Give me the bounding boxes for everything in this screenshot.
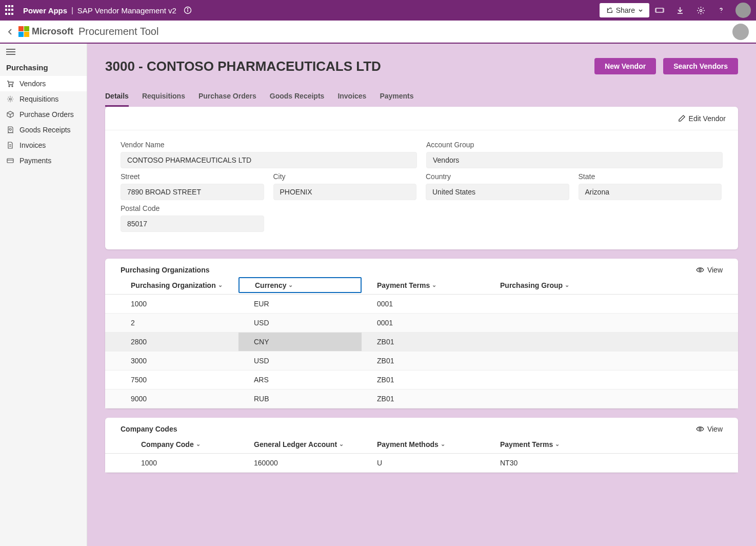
svg-point-16 bbox=[699, 428, 701, 430]
microsoft-logo-icon bbox=[18, 26, 30, 37]
tab-invoices[interactable]: Invoices bbox=[337, 92, 366, 107]
sidebar: Purchasing VendorsRequisitionsPurchase O… bbox=[0, 44, 87, 546]
fit-screen-icon[interactable] bbox=[649, 6, 670, 15]
cell-cc-payment-terms: NT30 bbox=[485, 454, 723, 472]
info-icon[interactable] bbox=[184, 6, 192, 14]
tab-payments[interactable]: Payments bbox=[380, 92, 413, 107]
value-postal-code: 85017 bbox=[121, 216, 264, 232]
brand-name: Microsoft bbox=[32, 26, 73, 37]
svg-rect-13 bbox=[7, 159, 13, 163]
cell-purch-org: 3000 bbox=[115, 352, 238, 370]
label-street: Street bbox=[121, 172, 264, 181]
tab-details[interactable]: Details bbox=[105, 92, 129, 107]
purch-org-view-label: View bbox=[707, 266, 723, 274]
app-separator: | bbox=[71, 6, 73, 14]
purch-org-row[interactable]: 1000EUR0001 bbox=[105, 295, 738, 314]
company-codes-view-button[interactable]: View bbox=[696, 425, 723, 433]
help-icon[interactable] bbox=[711, 6, 731, 14]
cell-payment-terms: ZB01 bbox=[362, 352, 485, 370]
purchasing-organizations-card: Purchasing Organizations View Purchasing… bbox=[105, 259, 738, 408]
cell-purch-org: 2 bbox=[115, 314, 238, 332]
download-icon[interactable] bbox=[670, 6, 690, 14]
search-vendors-button[interactable]: Search Vendors bbox=[663, 58, 738, 74]
new-vendor-button[interactable]: New Vendor bbox=[594, 58, 656, 74]
label-postal-code: Postal Code bbox=[121, 204, 264, 212]
sidebar-item-label: Payments bbox=[19, 157, 51, 165]
document-icon bbox=[6, 141, 14, 149]
purch-org-view-button[interactable]: View bbox=[696, 266, 723, 274]
app-name: SAP Vendor Management v2 bbox=[77, 6, 176, 15]
header-company-code[interactable]: Company Code⌄ bbox=[115, 435, 238, 453]
svg-point-7 bbox=[9, 86, 10, 87]
company-code-row[interactable]: 1000160000UNT30 bbox=[105, 454, 738, 473]
purch-org-row[interactable]: 7500ARSZB01 bbox=[105, 371, 738, 389]
profile-avatar[interactable] bbox=[732, 24, 749, 40]
cell-purch-org: 1000 bbox=[115, 295, 238, 313]
settings-icon[interactable] bbox=[690, 6, 711, 15]
header-general-ledger[interactable]: General Ledger Account⌄ bbox=[238, 435, 362, 453]
cell-payment-methods: U bbox=[362, 454, 485, 472]
tab-requisitions[interactable]: Requisitions bbox=[142, 92, 185, 107]
purch-org-row[interactable]: 3000USDZB01 bbox=[105, 352, 738, 371]
company-codes-title: Company Codes bbox=[121, 425, 696, 433]
header-payment-methods[interactable]: Payment Methods⌄ bbox=[362, 435, 485, 453]
sidebar-item-goods-receipts[interactable]: Goods Receipts bbox=[0, 122, 87, 138]
svg-point-6 bbox=[700, 9, 702, 11]
field-vendor-name: Vendor Name CONTOSO PHARMACEUTICALS LTD bbox=[121, 141, 417, 168]
sidebar-item-label: Vendors bbox=[19, 80, 46, 88]
header-currency[interactable]: Currency⌄ bbox=[238, 277, 362, 293]
back-button[interactable] bbox=[7, 28, 13, 36]
app-launcher-icon[interactable] bbox=[5, 5, 15, 15]
field-street: Street 7890 BROAD STREET bbox=[121, 172, 264, 200]
cell-currency: RUB bbox=[238, 389, 362, 408]
header-purch-group[interactable]: Purchasing Group⌄ bbox=[485, 276, 723, 294]
cell-ledger: 160000 bbox=[238, 454, 362, 472]
hamburger-menu[interactable] bbox=[0, 44, 87, 60]
tool-name: Procurement Tool bbox=[78, 26, 158, 37]
cell-currency: CNY bbox=[238, 333, 362, 351]
sidebar-item-payments[interactable]: Payments bbox=[0, 153, 87, 168]
tab-purchase-orders[interactable]: Purchase Orders bbox=[198, 92, 256, 107]
cell-purch-group bbox=[485, 389, 723, 408]
field-city: City PHOENIX bbox=[273, 172, 417, 200]
cell-purch-org: 9000 bbox=[115, 389, 238, 408]
cell-currency: ARS bbox=[238, 371, 362, 389]
cell-company-code: 1000 bbox=[115, 454, 238, 472]
sidebar-item-label: Goods Receipts bbox=[19, 126, 71, 134]
header-cc-payment-terms[interactable]: Payment Terms⌄ bbox=[485, 435, 723, 453]
cell-purch-group bbox=[485, 314, 723, 332]
sidebar-item-label: Purchase Orders bbox=[19, 110, 74, 119]
sidebar-item-label: Invoices bbox=[19, 141, 46, 149]
cell-payment-terms: ZB01 bbox=[362, 389, 485, 408]
sidebar-item-requisitions[interactable]: Requisitions bbox=[0, 91, 87, 107]
edit-vendor-button[interactable]: Edit Vendor bbox=[678, 114, 726, 123]
package-icon bbox=[6, 110, 14, 119]
purch-org-row[interactable]: 2800CNYZB01 bbox=[105, 333, 738, 352]
svg-point-2 bbox=[187, 8, 188, 9]
label-city: City bbox=[273, 172, 417, 181]
field-country: Country United States bbox=[426, 172, 569, 200]
share-button[interactable]: Share bbox=[600, 3, 649, 17]
cell-currency: USD bbox=[238, 314, 362, 332]
svg-point-9 bbox=[9, 98, 11, 100]
cart-icon bbox=[6, 80, 14, 88]
company-codes-view-label: View bbox=[707, 425, 723, 433]
purch-org-row[interactable]: 2USD0001 bbox=[105, 314, 738, 333]
purch-org-title: Purchasing Organizations bbox=[121, 266, 696, 274]
sidebar-item-purchase-orders[interactable]: Purchase Orders bbox=[0, 107, 87, 122]
svg-point-8 bbox=[12, 86, 13, 87]
content: 3000 - CONTOSO PHARMACEUTICALS LTD New V… bbox=[87, 44, 756, 546]
purch-org-row[interactable]: 9000RUBZB01 bbox=[105, 389, 738, 408]
user-avatar[interactable] bbox=[735, 3, 751, 18]
header-payment-terms[interactable]: Payment Terms⌄ bbox=[362, 276, 485, 294]
label-vendor-name: Vendor Name bbox=[121, 141, 417, 149]
page-title: 3000 - CONTOSO PHARMACEUTICALS LTD bbox=[105, 59, 587, 74]
header-purch-org[interactable]: Purchasing Organization⌄ bbox=[115, 276, 238, 294]
tab-goods-receipts[interactable]: Goods Receipts bbox=[270, 92, 325, 107]
app-label: Power Apps bbox=[23, 6, 67, 15]
value-vendor-name: CONTOSO PHARMACEUTICALS LTD bbox=[121, 152, 417, 168]
cell-purch-org: 7500 bbox=[115, 371, 238, 389]
cell-purch-group bbox=[485, 352, 723, 370]
sidebar-item-invoices[interactable]: Invoices bbox=[0, 138, 87, 153]
sidebar-item-vendors[interactable]: Vendors bbox=[0, 76, 87, 91]
